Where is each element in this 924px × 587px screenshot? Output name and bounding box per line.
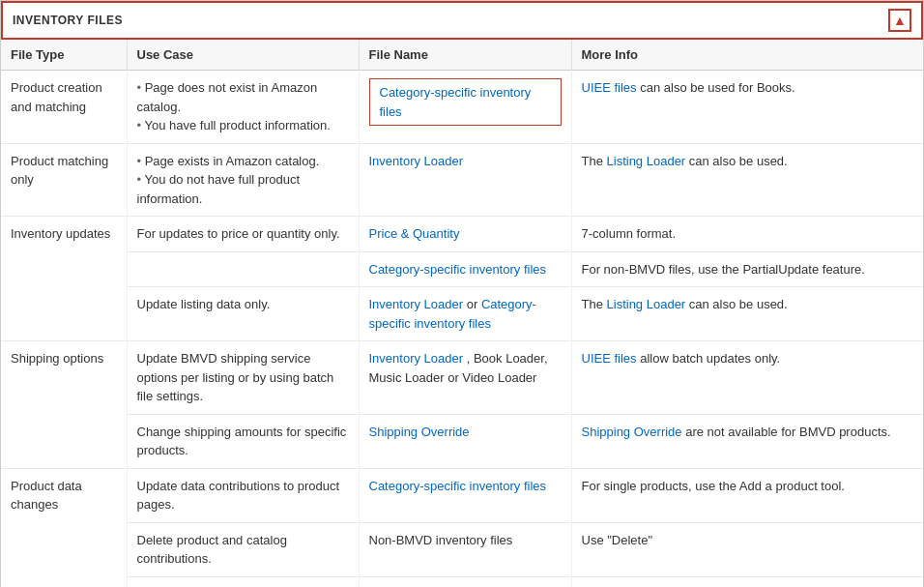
cell-use-case: Delete product and catalog contributions…	[127, 522, 359, 576]
more-info-text: are not available for BMVD products.	[682, 425, 891, 439]
list-item: You do not have full product information…	[137, 170, 349, 208]
more-info-text: The	[582, 297, 607, 311]
uiee-files-link[interactable]: UIEE files	[582, 80, 637, 95]
inventory-loader-link-2[interactable]: Inventory Loader	[369, 297, 464, 311]
col-file-name: File Name	[359, 40, 571, 71]
non-bmvd-text: Non-BMVD inventory files	[369, 533, 513, 547]
category-specific-files-link-box[interactable]: Category-specific inventory files	[369, 78, 562, 126]
inventory-table: File Type Use Case File Name More Info P…	[1, 40, 923, 587]
listing-loader-link-2[interactable]: Listing Loader	[607, 297, 686, 311]
table-header-row: File Type Use Case File Name More Info	[1, 40, 923, 71]
cell-file-name[interactable]: Inventory Loader	[359, 143, 571, 217]
col-more-info: More Info	[571, 40, 923, 71]
cell-use-case: For updates to price or quantity only.	[127, 217, 359, 252]
table-row: Delete product and catalog contributions…	[1, 522, 923, 576]
cell-use-case	[127, 251, 359, 287]
cell-file-name[interactable]: Inventory Loader or Category-specific in…	[359, 287, 571, 341]
shipping-override-link-2[interactable]: Shipping Override	[582, 425, 682, 439]
category-specific-link[interactable]: Category-specific inventory files	[369, 262, 547, 277]
cell-more-info: The Listing Loader can also be used.	[571, 143, 923, 217]
section-header-title: INVENTORY FILES	[13, 14, 123, 27]
cell-file-name[interactable]: Inventory Loader , Book Loader, Music Lo…	[359, 341, 571, 415]
cell-more-info: Shipping Override are not available for …	[571, 414, 923, 468]
price-quantity-link[interactable]: Price & Quantity	[369, 226, 460, 241]
shipping-override-link[interactable]: Shipping Override	[369, 425, 470, 439]
more-info-text: can also be used.	[685, 154, 788, 168]
cell-file-name[interactable]: Price & Quantity	[359, 217, 571, 252]
table-row: Inventory updates For updates to price o…	[1, 217, 923, 252]
cell-file-type: Product data changes	[1, 468, 127, 587]
cell-file-type: Product creation and matching	[1, 71, 127, 144]
inventory-loader-link[interactable]: Inventory Loader	[369, 154, 464, 168]
section-header: INVENTORY FILES ▲	[1, 1, 923, 40]
more-info-text: can also be used for Books.	[637, 80, 795, 95]
cell-file-name[interactable]: Category-specific inventory files	[359, 468, 571, 522]
cell-use-case: Page does not exist in Amazon catalog. Y…	[127, 71, 359, 144]
more-info-text: can also be used.	[685, 297, 788, 311]
table-row: Update listing data only. Inventory Load…	[1, 287, 923, 341]
col-use-case: Use Case	[127, 40, 359, 71]
category-specific-link-3[interactable]: Category-specific inventory files	[369, 479, 547, 493]
cell-more-info: The Listing Loader can also be used.	[571, 287, 923, 341]
table-row: Change shipping amounts for specific pro…	[1, 414, 923, 468]
cell-file-name[interactable]: Inventory Loader	[359, 576, 571, 587]
cell-file-name[interactable]: Category-specific inventory files	[359, 251, 571, 287]
table-row: Inventory Loader Use "x"	[1, 576, 923, 587]
more-info-text: allow batch updates only.	[637, 351, 781, 366]
cell-file-type: Inventory updates	[1, 217, 127, 341]
cell-more-info: For non-BMVD files, use the PartialUpdat…	[571, 251, 923, 287]
uiee-files-link-2[interactable]: UIEE files	[582, 351, 637, 366]
cell-more-info: Use "Delete"	[571, 522, 923, 576]
cell-more-info: UIEE files can also be used for Books.	[571, 71, 923, 144]
cell-more-info: UIEE files allow batch updates only.	[571, 341, 923, 415]
cell-use-case: Update data contributions to product pag…	[127, 468, 359, 522]
inventory-loader-link-3[interactable]: Inventory Loader	[369, 351, 464, 366]
collapse-button[interactable]: ▲	[888, 9, 911, 32]
cell-file-name: Non-BMVD inventory files	[359, 522, 571, 576]
col-file-type: File Type	[1, 40, 127, 71]
cell-more-info: For single products, use the Add a produ…	[571, 468, 923, 522]
list-item: You have full product information.	[137, 116, 349, 135]
listing-loader-link[interactable]: Listing Loader	[607, 154, 686, 168]
cell-more-info: 7-column format.	[571, 217, 923, 252]
or-text: or	[463, 297, 481, 311]
table-row: Shipping options Update BMVD shipping se…	[1, 341, 923, 415]
table-row: Product data changes Update data contrib…	[1, 468, 923, 522]
cell-use-case: Change shipping amounts for specific pro…	[127, 414, 359, 468]
cell-use-case	[127, 576, 359, 587]
cell-use-case: Page exists in Amazon catalog. You do no…	[127, 143, 359, 217]
list-item: Page does not exist in Amazon catalog.	[137, 78, 349, 116]
cell-file-type: Shipping options	[1, 341, 127, 469]
cell-more-info: Use "x"	[571, 576, 923, 587]
table-row: Category-specific inventory files For no…	[1, 251, 923, 287]
cell-file-type: Product matching only	[1, 143, 127, 217]
table-row: Product creation and matching Page does …	[1, 71, 923, 144]
list-item: Page exists in Amazon catalog.	[137, 152, 349, 171]
page-wrapper: INVENTORY FILES ▲ File Type Use Case Fil…	[0, 0, 924, 587]
cell-use-case: Update listing data only.	[127, 287, 359, 341]
cell-use-case: Update BMVD shipping service options per…	[127, 341, 359, 415]
table-row: Product matching only Page exists in Ama…	[1, 143, 923, 217]
more-info-text: The	[582, 154, 607, 168]
cell-file-name[interactable]: Shipping Override	[359, 414, 571, 468]
cell-file-name[interactable]: Category-specific inventory files	[359, 71, 571, 144]
